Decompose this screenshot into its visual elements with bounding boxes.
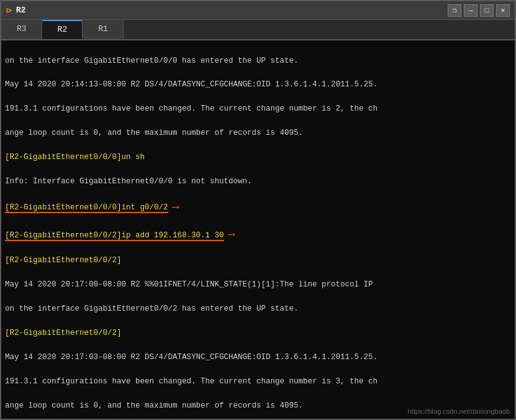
terminal-text: on the interface GigabitEthernet0/0/0 ha… <box>5 43 511 419</box>
tab-r2[interactable]: R2 <box>42 20 83 39</box>
close-button[interactable]: ✕ <box>496 4 510 17</box>
tab-bar: R3 R2 R1 <box>1 20 515 40</box>
minimize-button[interactable]: — <box>464 4 478 17</box>
tab-r3[interactable]: R3 <box>1 20 42 39</box>
tab-r1[interactable]: R1 <box>83 20 124 39</box>
watermark: https://blog.csdn.net/daxiongbaob <box>407 406 510 417</box>
window-controls: ❐ — □ ✕ <box>448 4 510 17</box>
app-icon: ⊳ <box>6 4 12 17</box>
terminal-output[interactable]: on the interface GigabitEthernet0/0/0 ha… <box>1 40 515 419</box>
main-window: ⊳ R2 ❐ — □ ✕ R3 R2 R1 on the interface G… <box>0 0 516 420</box>
title-bar: ⊳ R2 ❐ — □ ✕ <box>1 1 515 20</box>
window-title: R2 <box>16 6 448 15</box>
restore-button[interactable]: ❐ <box>448 4 461 17</box>
maximize-button[interactable]: □ <box>480 4 494 17</box>
